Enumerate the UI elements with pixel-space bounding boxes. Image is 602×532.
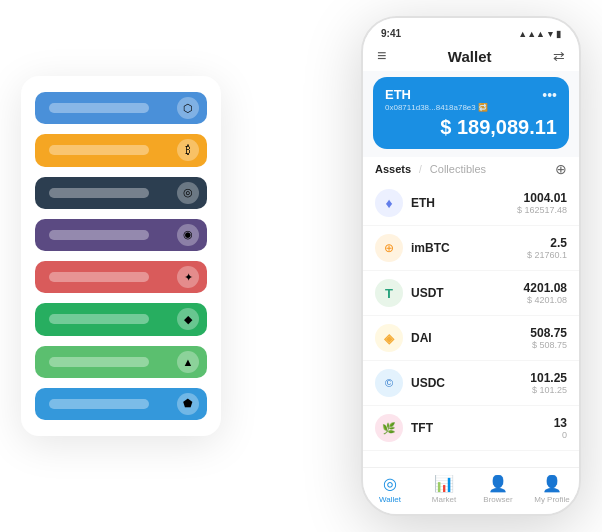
browser-nav-icon: 👤 [488,474,508,493]
usdt-value: $ 4201.08 [524,295,567,305]
card-red[interactable]: ✦ [35,261,207,293]
card-label [49,145,149,155]
imbtc-amounts: 2.5 $ 21760.1 [527,236,567,260]
wallet-nav-label: Wallet [379,495,401,504]
eth-value: $ 162517.48 [517,205,567,215]
card-yellow[interactable]: ₿ [35,134,207,166]
wifi-icon: ▾ [548,29,553,39]
wallet-options-icon[interactable]: ••• [542,87,557,103]
card-label [49,357,149,367]
tft-value: 0 [554,430,567,440]
wallet-coin-info: ETH 0x08711d38...8418a78e3 🔁 [385,87,488,112]
asset-name-eth: ETH [411,196,509,210]
card-label [49,314,149,324]
usdc-value: $ 101.25 [530,385,567,395]
list-item[interactable]: 🌿 TFT 13 0 [363,406,579,451]
card-green[interactable]: ◆ [35,303,207,335]
asset-name-usdt: USDT [411,286,516,300]
card-label [49,103,149,113]
imbtc-value: $ 21760.1 [527,250,567,260]
list-item[interactable]: ⊕ imBTC 2.5 $ 21760.1 [363,226,579,271]
nav-browser[interactable]: 👤 Browser [471,474,525,504]
dai-icon: ◈ [375,324,403,352]
nav-bar: ≡ Wallet ⇄ [363,43,579,71]
assets-tab-collectibles[interactable]: Collectibles [430,163,486,175]
card-lightgreen[interactable]: ▲ [35,346,207,378]
browser-nav-label: Browser [483,495,512,504]
scene: ⬡ ₿ ◎ ◉ ✦ ◆ ▲ ⬟ [21,16,581,516]
left-card-panel: ⬡ ₿ ◎ ◉ ✦ ◆ ▲ ⬟ [21,76,221,436]
card-icon-purple: ◉ [177,224,199,246]
wallet-balance: $ 189,089.11 [440,116,557,138]
usdc-amount: 101.25 [530,371,567,385]
battery-icon: ▮ [556,29,561,39]
market-nav-label: Market [432,495,456,504]
usdt-icon: T [375,279,403,307]
card-blue[interactable]: ⬡ [35,92,207,124]
card-skyblue[interactable]: ⬟ [35,388,207,420]
card-label [49,230,149,240]
asset-list: ♦ ETH 1004.01 $ 162517.48 ⊕ imBTC 2.5 $ … [363,181,579,467]
card-label [49,188,149,198]
assets-tab-active[interactable]: Assets [375,163,411,175]
wallet-address: 0x08711d38...8418a78e3 🔁 [385,103,488,112]
profile-nav-label: My Profile [534,495,570,504]
asset-name-usdc: USDC [411,376,522,390]
nav-wallet[interactable]: ◎ Wallet [363,474,417,504]
tft-amounts: 13 0 [554,416,567,440]
usdt-amounts: 4201.08 $ 4201.08 [524,281,567,305]
scan-icon[interactable]: ⇄ [553,48,565,64]
wallet-card[interactable]: ETH 0x08711d38...8418a78e3 🔁 ••• $ 189,0… [373,77,569,149]
wallet-balance-area: $ 189,089.11 [385,116,557,139]
card-icon-dark: ◎ [177,182,199,204]
card-icon-blue: ⬡ [177,97,199,119]
card-label [49,399,149,409]
imbtc-icon: ⊕ [375,234,403,262]
imbtc-amount: 2.5 [527,236,567,250]
dai-amounts: 508.75 $ 508.75 [530,326,567,350]
wallet-nav-icon: ◎ [383,474,397,493]
card-icon-skyblue: ⬟ [177,393,199,415]
usdc-icon: © [375,369,403,397]
market-nav-icon: 📊 [434,474,454,493]
page-title: Wallet [448,48,492,65]
status-bar: 9:41 ▲▲▲ ▾ ▮ [363,18,579,43]
card-purple[interactable]: ◉ [35,219,207,251]
card-icon-lightgreen: ▲ [177,351,199,373]
nav-market[interactable]: 📊 Market [417,474,471,504]
asset-name-tft: TFT [411,421,546,435]
tft-amount: 13 [554,416,567,430]
card-dark[interactable]: ◎ [35,177,207,209]
asset-name-dai: DAI [411,331,522,345]
signal-icon: ▲▲▲ [518,29,545,39]
dai-value: $ 508.75 [530,340,567,350]
usdc-amounts: 101.25 $ 101.25 [530,371,567,395]
list-item[interactable]: ♦ ETH 1004.01 $ 162517.48 [363,181,579,226]
tft-icon: 🌿 [375,414,403,442]
assets-tab-slash: / [419,164,422,175]
wallet-coin-name: ETH [385,87,488,102]
profile-nav-icon: 👤 [542,474,562,493]
asset-name-imbtc: imBTC [411,241,519,255]
phone: 9:41 ▲▲▲ ▾ ▮ ≡ Wallet ⇄ ETH 0x08711d38..… [361,16,581,516]
status-time: 9:41 [381,28,401,39]
bottom-nav: ◎ Wallet 📊 Market 👤 Browser 👤 My Profile [363,467,579,514]
card-label [49,272,149,282]
eth-icon: ♦ [375,189,403,217]
nav-profile[interactable]: 👤 My Profile [525,474,579,504]
wallet-card-top: ETH 0x08711d38...8418a78e3 🔁 ••• [385,87,557,112]
eth-amount: 1004.01 [517,191,567,205]
list-item[interactable]: T USDT 4201.08 $ 4201.08 [363,271,579,316]
eth-amounts: 1004.01 $ 162517.48 [517,191,567,215]
card-icon-yellow: ₿ [177,139,199,161]
list-item[interactable]: © USDC 101.25 $ 101.25 [363,361,579,406]
card-icon-green: ◆ [177,308,199,330]
add-asset-icon[interactable]: ⊕ [555,161,567,177]
list-item[interactable]: ◈ DAI 508.75 $ 508.75 [363,316,579,361]
status-icons: ▲▲▲ ▾ ▮ [518,29,561,39]
assets-tabs: Assets / Collectibles [375,163,486,175]
menu-icon[interactable]: ≡ [377,47,386,65]
assets-header: Assets / Collectibles ⊕ [363,157,579,181]
card-icon-red: ✦ [177,266,199,288]
usdt-amount: 4201.08 [524,281,567,295]
